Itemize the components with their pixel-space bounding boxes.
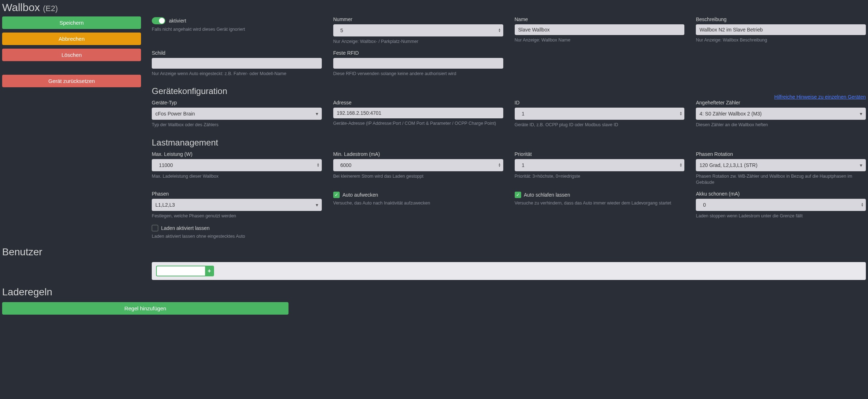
rot-label: Phasen Rotation: [696, 151, 866, 157]
sleep-help: Versuche zu verhindern, dass das Auto im…: [515, 200, 685, 207]
prio-help: Priorität: 3=höchste, 0=niedrigste: [515, 173, 685, 180]
prio-input[interactable]: ▲▼: [515, 159, 685, 171]
desc-input[interactable]: [696, 24, 866, 35]
type-select[interactable]: cFos Power Brain: [152, 108, 322, 120]
id-help: Geräte ID, z.B. OCPP plug ID oder Modbus…: [515, 122, 685, 128]
sleep-label: Auto schlafen lassen: [524, 192, 570, 198]
keep-charging-checkbox[interactable]: [152, 225, 158, 231]
load-mgmt-heading: Lastmanagement: [152, 138, 866, 148]
phases-select[interactable]: L1,L2,L3: [152, 199, 322, 211]
number-label: Nummer: [333, 16, 503, 22]
wake-label: Auto aufwecken: [343, 192, 378, 198]
phases-help: Festlegen, welche Phasen genutzt werden: [152, 213, 322, 220]
activated-help: Falls nicht angehakt wird dieses Gerät i…: [152, 26, 322, 33]
title-sub: (E2): [43, 4, 58, 13]
keep-help: Laden aktiviert lassen ohne eingesteckte…: [152, 233, 322, 240]
prio-label: Priorität: [515, 151, 685, 157]
user-heading: Benutzer: [2, 246, 866, 258]
activated-label: aktiviert: [169, 18, 186, 24]
rfid-label: Feste RFID: [333, 50, 503, 56]
keep-label: Laden aktiviert lassen: [161, 225, 209, 231]
add-user-input[interactable]: [157, 267, 205, 275]
akku-help: Laden stoppen wenn Ladestrom unter die G…: [696, 213, 866, 220]
save-button[interactable]: Speichern: [2, 16, 141, 29]
reset-device-button[interactable]: Gerät zurücksetzen: [2, 75, 141, 87]
name-help: Nur Anzeige: Wallbox Name: [515, 37, 685, 44]
device-config-heading: Gerätekonfiguration: [152, 86, 227, 96]
maxpower-help: Max. Ladeleistung dieser Wallbox: [152, 173, 322, 180]
rot-help: Phasen Rotation zw. WB-Zähler und Wallbo…: [696, 173, 866, 186]
maxpower-label: Max. Leistung (W): [152, 151, 322, 157]
desc-label: Beschreibung: [696, 16, 866, 22]
mincur-help: Bei kleinerem Strom wird das Laden gesto…: [333, 173, 503, 180]
action-sidebar: Speichern Abbrechen Löschen Gerät zurück…: [2, 16, 141, 240]
address-label: Adresse: [333, 100, 503, 105]
add-rule-button[interactable]: Regel hinzufügen: [2, 302, 288, 315]
schild-label: Schild: [152, 50, 322, 56]
name-label: Name: [515, 16, 685, 22]
id-label: ID: [515, 100, 685, 105]
activated-field: aktiviert Falls nicht angehakt wird dies…: [152, 16, 322, 33]
rules-heading: Laderegeln: [2, 286, 866, 298]
akku-label: Akku schonen (mA): [696, 191, 866, 197]
maxpower-input[interactable]: ▲▼: [152, 159, 322, 171]
rfid-input[interactable]: [333, 58, 503, 69]
phases-label: Phasen: [152, 191, 322, 197]
cancel-button[interactable]: Abbrechen: [2, 33, 141, 45]
number-help: Nur Anzeige: Wallbox- / Parkplatz-Nummer: [333, 39, 503, 45]
mincur-input[interactable]: ▲▼: [333, 159, 503, 171]
rfid-help: Diese RFID verwenden solange keine ander…: [333, 71, 503, 77]
wake-help: Versuche, das Auto nach Inaktivität aufz…: [333, 200, 503, 207]
activated-toggle[interactable]: [152, 17, 165, 24]
wake-checkbox[interactable]: ✓: [333, 192, 340, 198]
sleep-checkbox[interactable]: ✓: [515, 192, 521, 198]
mincur-label: Min. Ladestrom (mA): [333, 151, 503, 157]
type-label: Geräte-Typ: [152, 100, 322, 105]
title-main: Wallbox: [2, 1, 40, 13]
schild-help: Nur Anzeige wenn Auto eingesteckt: z.B. …: [152, 71, 322, 77]
number-input[interactable]: ▲▼: [333, 24, 503, 36]
id-input[interactable]: ▲▼: [515, 108, 685, 120]
meter-label: Angehefteter Zähler: [696, 100, 866, 105]
desc-help: Nur Anzeige: Wallbox Beschreibung: [696, 37, 866, 44]
meter-select[interactable]: 4: S0 Zähler Wallbox 2 (M3): [696, 108, 866, 120]
add-user-control: +: [156, 266, 214, 276]
user-panel: +: [152, 262, 866, 280]
address-help: Geräte-Adresse (IP Addresse:Port / COM P…: [333, 120, 503, 127]
schild-input[interactable]: [152, 58, 322, 69]
address-input[interactable]: [333, 108, 503, 118]
akku-input[interactable]: ▲▼: [696, 199, 866, 211]
rot-select[interactable]: 120 Grad, L2,L3,L1 (STR): [696, 159, 866, 171]
add-user-button[interactable]: +: [205, 266, 213, 276]
type-help: Typ der Wallbox oder des Zählers: [152, 122, 322, 128]
device-hints-link[interactable]: Hilfreiche Hinweise zu einzelnen Geräten: [774, 94, 866, 100]
name-input[interactable]: [515, 24, 685, 35]
page-title: Wallbox (E2): [2, 1, 866, 14]
delete-button[interactable]: Löschen: [2, 49, 141, 61]
meter-help: Diesen Zähler an die Wallbox heften: [696, 122, 866, 128]
